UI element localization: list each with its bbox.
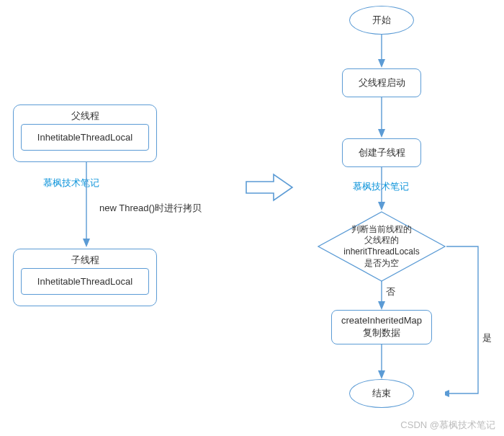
- footer-watermark: CSDN @慕枫技术笔记: [400, 419, 495, 432]
- parent-thread-box: 父线程 InhetitableThreadLocal: [13, 104, 157, 162]
- arrow-decision-no: [374, 281, 389, 311]
- copy-label: new Thread()时进行拷贝: [99, 202, 202, 215]
- process-create-inherited-map: createInheritedMap 复制数据: [331, 310, 432, 344]
- decision-inherit-null: 判断当前线程的 父线程的inheritThreadLocals 是否为空: [317, 210, 446, 282]
- terminator-start: 开始: [349, 6, 414, 35]
- arrow-parent-to-child: [79, 162, 94, 249]
- svg-marker-13: [445, 390, 449, 397]
- arrow-decision-yes: [445, 242, 495, 401]
- parent-thread-inner: InhetitableThreadLocal: [21, 124, 149, 151]
- process-create-child: 创建子线程: [342, 138, 421, 167]
- svg-marker-12: [378, 370, 385, 379]
- child-thread-inner: InhetitableThreadLocal: [21, 268, 149, 295]
- svg-marker-1: [83, 239, 90, 247]
- start-label: 开始: [372, 14, 391, 27]
- terminator-end: 结束: [349, 379, 414, 408]
- create-map-label: createInheritedMap 复制数据: [341, 315, 422, 339]
- parent-thread-title: 父线程: [14, 110, 156, 123]
- child-thread-title: 子线程: [14, 254, 156, 267]
- arrow-createmap-to-end: [374, 344, 389, 381]
- big-arrow-icon: [245, 172, 295, 203]
- process-parent-start: 父线程启动: [342, 68, 421, 97]
- parent-start-label: 父线程启动: [359, 76, 405, 89]
- decision-label: 判断当前线程的 父线程的inheritThreadLocals 是否为空: [317, 210, 446, 282]
- svg-marker-7: [378, 202, 385, 210]
- svg-marker-5: [378, 129, 385, 138]
- arrow-createchild-to-decision: [374, 167, 389, 212]
- svg-marker-3: [378, 59, 385, 68]
- arrow-start-to-parentstart: [374, 35, 389, 69]
- create-child-label: 创建子线程: [359, 146, 405, 159]
- child-thread-box: 子线程 InhetitableThreadLocal: [13, 249, 157, 306]
- end-label: 结束: [372, 387, 391, 400]
- svg-marker-10: [378, 301, 385, 310]
- arrow-parentstart-to-createchild: [374, 97, 389, 139]
